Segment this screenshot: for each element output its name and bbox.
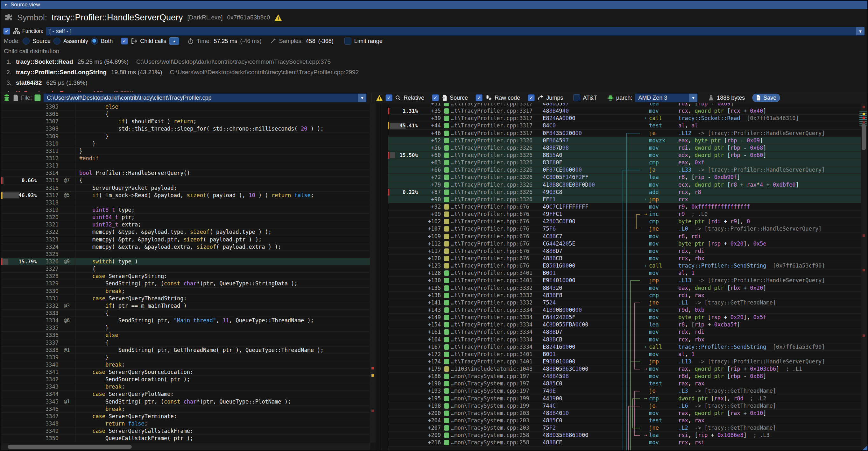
asm-row[interactable]: +190…mon\TracySystem.cpp:1974885C0testra… [388, 380, 867, 387]
source-line[interactable]: 3321 uint32_t extra; [1, 221, 370, 229]
source-line[interactable]: 3329 SendString( ptr, (const char*)ptr, … [1, 280, 370, 287]
asm-row[interactable]: +112…t\TracyProfiler.hpp:676C64424205Emo… [388, 240, 867, 247]
source-line[interactable]: 3328 case ServerQueryString: [1, 273, 370, 280]
source-line[interactable]: 3309 } [1, 133, 370, 140]
asm-row[interactable]: +216…mon\TracySystem.cpp:258488BCEmovrcx… [388, 439, 867, 446]
asm-row[interactable]: +52…t\TracyProfiler.cpp:33260FB64597movz… [388, 137, 867, 144]
asm-row[interactable]: +99…t\TracyProfiler.hpp:67649FFC1→incr9 … [388, 211, 867, 218]
asm-row[interactable]: +135…t\TracyProfiler.cpp:33328B4320movea… [388, 284, 867, 292]
asm-row[interactable]: +102…t\TracyProfiler.hpp:67642803C0F00cm… [388, 218, 867, 225]
asm-row[interactable]: +141…t\TracyProfiler.cpp:33327524jne.L1 … [388, 299, 867, 306]
radio-assembly[interactable] [54, 38, 60, 44]
source-line[interactable]: 3307 if( shouldExit ) return; [1, 118, 370, 125]
source-vscrollbar[interactable] [370, 103, 376, 443]
jumps-checkbox[interactable]: ✓ [528, 94, 535, 101]
child-calls-checkbox[interactable]: ✓ [121, 38, 128, 44]
source-line[interactable]: 3311} [1, 147, 370, 155]
asm-row[interactable]: 0.22%+87…t\TracyProfiler.cpp:33264903C8a… [388, 188, 867, 196]
pane-divider[interactable] [376, 103, 388, 450]
source-line[interactable]: 3314bool Profiler::HandleServerQuery() [1, 170, 370, 177]
asm-row[interactable]: 1.31%+35…t\TracyProfiler.cpp:3317488B494… [388, 107, 867, 115]
asm-row[interactable]: +128…t\TracyProfiler.cpp:3401B001moval, … [388, 269, 867, 277]
source-line[interactable]: 3316 ServerQueryPacket payload; [1, 184, 370, 192]
source-line[interactable]: 3350 QueueCallstackFrame( ptr ); [1, 435, 370, 442]
source-line[interactable]: 3320 uint64_t ptr; [1, 214, 370, 221]
file-select[interactable]: C:\Users\wolf\Desktop\darkrl\contrib\tra… [43, 93, 367, 102]
asm-row[interactable]: 15.50%+60…t\TracyProfiler.cpp:33268B55A0… [388, 152, 867, 159]
asm-row[interactable]: +63…t\TracyProfiler.cpp:332683F80Fcmpeax… [388, 159, 867, 166]
source-line[interactable]: 46.93%3317@5 if( !m_sock->Read( &payload… [1, 192, 370, 199]
child-call-row[interactable]: 1.tracy::Socket::Read25.25 ms (54.89%)C:… [4, 58, 867, 65]
asm-row[interactable]: +164…t\TracyProfiler.cpp:3334488BCBmovrc… [388, 336, 867, 343]
uarch-select[interactable]: AMD Zen 3 ▼ [635, 93, 698, 102]
asm-row[interactable]: +56…t\TracyProfiler.cpp:3326488B7D98movr… [388, 144, 867, 152]
source-line[interactable]: 3348 return false; [1, 420, 370, 427]
asm-row[interactable]: +209…mon\TracySystem.cpp:258488D35E88610… [388, 431, 867, 439]
asm-row[interactable]: +172…t\TracyProfiler.cpp:3401B001moval, … [388, 351, 867, 358]
source-line[interactable]: 3325 [1, 251, 370, 258]
asm-row[interactable]: +39…t\TracyProfiler.cpp:3317E824AA0000‹c… [388, 115, 867, 122]
asm-row[interactable]: +200…mon\TracySystem.cpp:203488B4010movr… [388, 410, 867, 417]
source-line[interactable]: 3346 break; [1, 405, 370, 413]
source-line[interactable]: 3341 case ServerQuerySourceLocation: [1, 368, 370, 376]
source-line[interactable]: 3349 case ServerQueryCallstackFrame: [1, 427, 370, 435]
asm-row[interactable]: +186…mon\TracySystem.cpp:197448B4598movr… [388, 373, 867, 380]
chevron-down-icon[interactable]: ▼ [856, 27, 865, 35]
source-line[interactable]: 0.66%3315@7{ [1, 177, 370, 184]
source-line[interactable]: 3327 { [1, 265, 370, 273]
source-line[interactable]: 3337 { [1, 339, 370, 347]
asm-row[interactable]: +204…mon\TracySystem.cpp:2034885C0testra… [388, 417, 867, 424]
chevron-down-icon[interactable]: ▼ [358, 94, 366, 102]
function-select[interactable]: [ - self - ] ▼ [46, 27, 865, 36]
source-line[interactable]: 3332@3 if( ptr == m_mainThread ) [1, 302, 370, 309]
radio-both[interactable] [91, 38, 98, 44]
asm-row[interactable]: +138…t\TracyProfiler.cpp:3332483BF8cmprd… [388, 292, 867, 299]
source-line[interactable]: 3345@1 SendString( ptr, (const char*)ptr… [1, 398, 370, 405]
asm-row[interactable]: +107…t\TracyProfiler.hpp:67675F6jne.L0 -… [388, 225, 867, 233]
source-line[interactable]: 3322 memcpy( &type, &payload.type, sizeo… [1, 229, 370, 236]
radio-source[interactable] [23, 38, 30, 44]
source-line[interactable]: 3333 { [1, 309, 370, 317]
asm-row[interactable]: +154…t\TracyProfiler.cpp:33344C8D055FBA0… [388, 321, 867, 328]
asm-row[interactable]: +207…mon\TracySystem.cpp:20375F2jne.L2 -… [388, 424, 867, 431]
source-line[interactable]: 3310 } [1, 140, 370, 147]
asm-row[interactable]: +143…t\TracyProfiler.cpp:333441B90B00000… [388, 306, 867, 314]
asm-row[interactable]: +198…mon\TracySystem.cpp:199744Cje.L6 ->… [388, 402, 867, 410]
asm-row[interactable]: 45.41%+44…t\TracyProfiler.cpp:331784C0te… [388, 122, 867, 129]
asm-row[interactable]: +123…t\TracyProfiler.hpp:676E850160000‹c… [388, 262, 867, 269]
source-line[interactable]: 3323 memcpy( &ptr, &payload.ptr, sizeof(… [1, 236, 370, 243]
asm-row[interactable]: +90…t\TracyProfiler.cpp:3326FFE1‹jmprcx [388, 196, 867, 203]
source-line[interactable]: 3308 std::this_thread::sleep_for( std::c… [1, 125, 370, 132]
asm-row[interactable]: +167…t\TracyProfiler.cpp:3334E824160000‹… [388, 343, 867, 351]
asm-row[interactable]: +72…t\TracyProfiler.cpp:33264C8D05F146F2… [388, 174, 867, 181]
source-line[interactable]: 3330 break; [1, 288, 370, 295]
function-checkbox[interactable]: ✓ [3, 28, 10, 35]
att-checkbox[interactable]: ✓ [573, 94, 580, 101]
source-line[interactable]: 3336 else [1, 332, 370, 339]
limit-range-checkbox[interactable]: ✓ [344, 38, 351, 44]
asm-row[interactable]: +46…t\TracyProfiler.cpp:33170F8435020000… [388, 130, 867, 137]
source-line[interactable]: 3335 } [1, 324, 370, 332]
asm-row[interactable]: +120…t\TracyProfiler.hpp:676488BCBmovrcx… [388, 255, 867, 262]
source-line[interactable]: 3313 [1, 162, 370, 170]
source-line[interactable]: 3347 case ServerQueryTerminate: [1, 413, 370, 420]
title-bar[interactable]: ▼ Source view [1, 1, 867, 9]
source-line[interactable]: 3312#endif [1, 155, 370, 162]
source-line[interactable]: 3334@6 SendString( ptr, "Main thread", 1… [1, 317, 370, 324]
resize-grip[interactable] [862, 445, 867, 450]
source-line[interactable]: 3338@1 SendString( ptr, GetThreadName( p… [1, 347, 370, 354]
source-line[interactable]: 3344 case ServerQueryPlotName: [1, 390, 370, 398]
hscroll-thumb[interactable] [8, 445, 132, 449]
relative-checkbox[interactable]: ✓ [385, 94, 393, 101]
raw-code-checkbox[interactable]: ✓ [475, 94, 483, 101]
source-checkbox[interactable]: ✓ [432, 94, 439, 101]
source-line[interactable]: 3318 [1, 199, 370, 206]
parent-frame-button[interactable]: ▲ [169, 37, 179, 45]
source-line[interactable]: 3324 memcpy( &extra, &payload.extra, siz… [1, 243, 370, 251]
source-hscrollbar[interactable] [1, 444, 370, 450]
asm-row[interactable]: +92…t\TracyProfiler.hpp:67649C7C1FFFFFFF… [388, 203, 867, 211]
asm-row[interactable]: +66…t\TracyProfiler.cpp:33260F87CE060000… [388, 166, 867, 174]
source-line[interactable]: 3343 break; [1, 383, 370, 390]
source-line[interactable]: 3339 } [1, 354, 370, 361]
asm-row[interactable]: +179…1103\include\atomic:1048488B05B63C1… [388, 365, 867, 373]
